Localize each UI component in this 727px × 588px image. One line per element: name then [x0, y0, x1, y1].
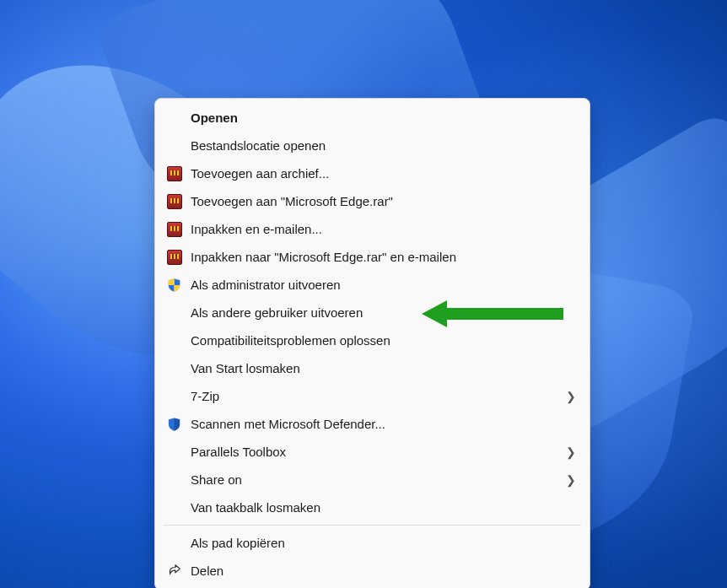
defender-shield-icon — [167, 417, 191, 432]
menu-item-unpin-from-start[interactable]: Van Start losmaken — [155, 354, 590, 382]
menu-item-label: Inpakken en e-mailen... — [191, 222, 578, 236]
menu-item-scan-with-defender[interactable]: Scannen met Microsoft Defender... — [155, 410, 590, 438]
menu-item-label: Bestandslocatie openen — [191, 138, 578, 153]
menu-item-7zip[interactable]: 7-Zip ❯ — [155, 382, 590, 410]
menu-item-label: Toevoegen aan archief... — [191, 166, 578, 181]
menu-item-label: Delen — [191, 564, 578, 578]
menu-item-label: Scannen met Microsoft Defender... — [191, 417, 578, 431]
menu-item-label: Share on — [191, 472, 566, 487]
menu-item-label: Toevoegen aan "Microsoft Edge.rar" — [191, 194, 578, 208]
chevron-right-icon: ❯ — [566, 445, 578, 459]
chevron-right-icon: ❯ — [566, 390, 578, 403]
menu-item-add-to-named-rar[interactable]: Toevoegen aan "Microsoft Edge.rar" — [155, 187, 590, 215]
menu-item-run-as-administrator[interactable]: Als administrator uitvoeren — [155, 271, 590, 299]
winrar-icon — [167, 166, 191, 181]
menu-item-label: Als administrator uitvoeren — [191, 278, 578, 292]
menu-item-label: Parallels Toolbox — [191, 445, 566, 459]
menu-item-unpin-from-taskbar[interactable]: Van taakbalk losmaken — [155, 494, 590, 521]
share-icon — [167, 564, 191, 579]
menu-item-label: Compatibiliteitsproblemen oplossen — [191, 333, 578, 348]
chevron-right-icon: ❯ — [566, 473, 578, 487]
menu-separator — [164, 525, 581, 526]
menu-item-label: 7-Zip — [191, 389, 566, 403]
menu-item-open[interactable]: Openen — [155, 104, 590, 132]
menu-item-run-as-different-user[interactable]: Als andere gebruiker uitvoeren — [155, 299, 590, 326]
menu-item-compress-and-email[interactable]: Inpakken en e-mailen... — [155, 215, 590, 243]
menu-item-label: Inpakken naar "Microsoft Edge.rar" en e-… — [191, 250, 578, 264]
menu-item-share[interactable]: Delen — [155, 557, 590, 585]
menu-item-copy-as-path[interactable]: Als pad kopiëren — [155, 529, 590, 557]
uac-shield-icon — [167, 278, 191, 293]
menu-item-label: Openen — [191, 111, 578, 125]
context-menu: Openen Bestandslocatie openen Toevoegen … — [154, 98, 590, 588]
menu-item-compress-named-and-email[interactable]: Inpakken naar "Microsoft Edge.rar" en e-… — [155, 243, 590, 271]
menu-item-label: Van Start losmaken — [191, 361, 578, 375]
menu-item-add-to-archive[interactable]: Toevoegen aan archief... — [155, 159, 590, 187]
menu-item-troubleshoot-compatibility[interactable]: Compatibiliteitsproblemen oplossen — [155, 326, 590, 354]
menu-item-label: Van taakbalk losmaken — [191, 500, 578, 515]
winrar-icon — [167, 222, 191, 237]
menu-item-open-file-location[interactable]: Bestandslocatie openen — [155, 132, 590, 159]
menu-item-label: Als pad kopiëren — [191, 536, 578, 550]
menu-item-parallels-toolbox[interactable]: Parallels Toolbox ❯ — [155, 438, 590, 466]
winrar-icon — [167, 250, 191, 265]
winrar-icon — [167, 194, 191, 209]
menu-item-label: Als andere gebruiker uitvoeren — [191, 305, 578, 320]
menu-item-share-on[interactable]: Share on ❯ — [155, 466, 590, 494]
